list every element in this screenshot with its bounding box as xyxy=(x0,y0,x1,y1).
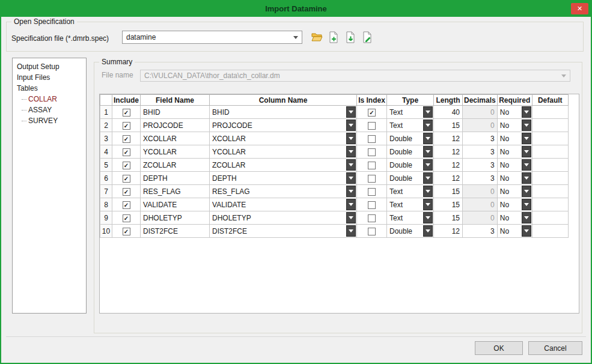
folder-open-icon[interactable] xyxy=(310,31,323,44)
title-bar[interactable]: Import Datamine ✕ xyxy=(1,1,591,17)
type-dropdown[interactable] xyxy=(423,186,433,197)
required-dropdown[interactable] xyxy=(522,133,531,144)
include-checkbox[interactable] xyxy=(123,228,130,235)
required-cell[interactable]: No xyxy=(497,119,532,132)
chevron-down-icon[interactable] xyxy=(293,36,298,39)
length-cell[interactable]: 40 xyxy=(434,106,463,119)
decimals-cell[interactable]: 3 xyxy=(463,132,498,145)
type-dropdown[interactable] xyxy=(423,159,433,171)
include-cell[interactable] xyxy=(112,198,141,211)
default-cell[interactable] xyxy=(532,198,568,211)
default-cell[interactable] xyxy=(532,159,568,172)
type-dropdown[interactable] xyxy=(423,146,433,157)
required-cell[interactable]: No xyxy=(497,145,532,159)
file-save-icon[interactable] xyxy=(344,31,357,44)
column-name-dropdown[interactable] xyxy=(346,199,356,210)
type-dropdown[interactable] xyxy=(423,120,433,131)
length-cell[interactable]: 15 xyxy=(434,119,463,132)
include-checkbox[interactable] xyxy=(123,122,130,130)
include-checkbox[interactable] xyxy=(123,201,130,209)
length-cell[interactable]: 15 xyxy=(434,185,463,198)
field-name-cell[interactable]: RES_FLAG xyxy=(141,185,210,198)
default-cell[interactable] xyxy=(532,106,568,119)
is-index-checkbox[interactable] xyxy=(368,162,376,169)
column-name-dropdown[interactable] xyxy=(346,159,356,171)
type-dropdown[interactable] xyxy=(423,133,433,144)
type-cell[interactable]: Double xyxy=(387,145,434,159)
is-index-cell[interactable] xyxy=(357,172,387,185)
row-number-cell[interactable]: 3 xyxy=(100,132,112,145)
column-name-cell[interactable]: DEPTH xyxy=(210,172,357,185)
ok-button[interactable]: OK xyxy=(475,341,523,355)
row-number-cell[interactable]: 5 xyxy=(100,159,112,172)
required-dropdown[interactable] xyxy=(522,186,531,197)
type-dropdown[interactable] xyxy=(423,199,433,210)
field-name-cell[interactable]: YCOLLAR xyxy=(141,145,210,159)
is-index-checkbox[interactable] xyxy=(368,188,376,196)
row-number-cell[interactable]: 2 xyxy=(100,119,112,132)
row-number-cell[interactable]: 1 xyxy=(100,106,112,119)
required-cell[interactable]: No xyxy=(497,132,532,145)
is-index-checkbox[interactable] xyxy=(368,175,376,183)
is-index-cell[interactable] xyxy=(357,106,387,119)
required-dropdown[interactable] xyxy=(522,212,531,223)
required-cell[interactable]: No xyxy=(497,106,532,119)
required-dropdown[interactable] xyxy=(522,225,531,237)
default-cell[interactable] xyxy=(532,132,568,145)
default-cell[interactable] xyxy=(532,225,568,238)
type-cell[interactable]: Text xyxy=(387,119,434,132)
field-name-cell[interactable]: PROJCODE xyxy=(141,119,210,132)
is-index-checkbox[interactable] xyxy=(368,135,376,143)
include-cell[interactable] xyxy=(112,172,141,185)
required-cell[interactable]: No xyxy=(497,225,532,238)
length-cell[interactable]: 12 xyxy=(434,132,463,145)
length-cell[interactable]: 12 xyxy=(434,225,463,238)
file-saveas-icon[interactable] xyxy=(361,31,374,44)
include-cell[interactable] xyxy=(112,119,141,132)
include-cell[interactable] xyxy=(112,145,141,159)
include-cell[interactable] xyxy=(112,211,141,225)
include-cell[interactable] xyxy=(112,106,141,119)
default-cell[interactable] xyxy=(532,185,568,198)
include-checkbox[interactable] xyxy=(123,135,130,143)
is-index-checkbox[interactable] xyxy=(368,109,376,117)
column-name-dropdown[interactable] xyxy=(346,172,356,184)
field-name-cell[interactable]: ZCOLLAR xyxy=(141,159,210,172)
include-cell[interactable] xyxy=(112,185,141,198)
include-checkbox[interactable] xyxy=(123,214,130,222)
include-checkbox[interactable] xyxy=(123,188,130,196)
specification-file-combobox[interactable]: datamine xyxy=(122,31,302,44)
field-name-cell[interactable]: XCOLLAR xyxy=(141,132,210,145)
column-name-dropdown[interactable] xyxy=(346,120,356,131)
is-index-checkbox[interactable] xyxy=(368,148,376,156)
column-name-dropdown[interactable] xyxy=(346,212,356,223)
field-name-cell[interactable]: DIST2FCE xyxy=(141,225,210,238)
required-dropdown[interactable] xyxy=(522,146,531,157)
required-dropdown[interactable] xyxy=(522,199,531,210)
default-cell[interactable] xyxy=(532,211,568,225)
column-name-dropdown[interactable] xyxy=(346,146,356,157)
is-index-cell[interactable] xyxy=(357,119,387,132)
column-name-dropdown[interactable] xyxy=(346,186,356,197)
decimals-cell[interactable]: 3 xyxy=(463,225,498,238)
column-name-cell[interactable]: RES_FLAG xyxy=(210,185,357,198)
length-cell[interactable]: 12 xyxy=(434,159,463,172)
type-cell[interactable]: Double xyxy=(387,225,434,238)
required-dropdown[interactable] xyxy=(522,159,531,171)
field-name-cell[interactable]: DEPTH xyxy=(141,172,210,185)
column-name-cell[interactable]: PROJCODE xyxy=(210,119,357,132)
type-cell[interactable]: Double xyxy=(387,132,434,145)
is-index-cell[interactable] xyxy=(357,145,387,159)
close-button[interactable]: ✕ xyxy=(571,3,588,14)
type-dropdown[interactable] xyxy=(423,212,433,223)
tree-item-output-setup[interactable]: Output Setup xyxy=(13,61,86,72)
cancel-button[interactable]: Cancel xyxy=(528,341,582,355)
row-number-cell[interactable]: 9 xyxy=(100,211,112,225)
is-index-checkbox[interactable] xyxy=(368,214,376,222)
required-cell[interactable]: No xyxy=(497,211,532,225)
include-checkbox[interactable] xyxy=(123,175,130,183)
tree-item-assay[interactable]: ASSAY xyxy=(13,105,86,115)
required-dropdown[interactable] xyxy=(522,106,531,118)
column-name-cell[interactable]: VALIDATE xyxy=(210,198,357,211)
tree-item-survey[interactable]: SURVEY xyxy=(13,115,86,126)
